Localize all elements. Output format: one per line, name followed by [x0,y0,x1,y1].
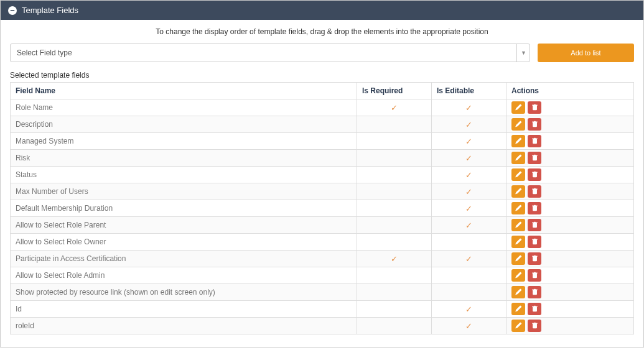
delete-button[interactable] [528,269,541,282]
delete-button[interactable] [528,185,541,198]
cell-actions [506,251,634,267]
delete-button[interactable] [528,152,541,164]
template-fields-panel: Template Fields To change the display or… [0,0,644,348]
table-row[interactable]: Risk✓ [11,150,634,167]
edit-button[interactable] [511,101,525,114]
cell-is-editable: ✓ [432,183,506,200]
cell-field-name: Description [11,116,357,133]
delete-button[interactable] [528,202,541,214]
delete-button[interactable] [528,135,541,147]
cell-is-required [357,267,432,284]
instruction-text: To change the display order of template … [10,27,634,36]
header-is-required: Is Required [357,83,432,99]
pencil-icon [515,103,522,113]
table-row[interactable]: Participate in Access Certification✓✓ [11,251,634,267]
edit-button[interactable] [511,118,525,131]
table-row[interactable]: Show protected by resource link (shown o… [11,284,634,301]
edit-button[interactable] [511,236,525,248]
header-is-editable: Is Editable [432,83,506,99]
delete-button[interactable] [528,219,541,231]
check-icon: ✓ [362,103,426,113]
add-to-list-button[interactable]: Add to list [538,44,634,62]
delete-button[interactable] [528,252,541,265]
edit-button[interactable] [511,168,525,181]
table-row[interactable]: Allow to Select Role Admin [11,267,634,284]
trash-icon [531,187,538,196]
cell-actions [506,167,634,183]
edit-button[interactable] [511,202,525,214]
pencil-icon [515,187,522,196]
cell-actions [506,284,634,301]
cell-is-required: ✓ [357,99,432,116]
table-row[interactable]: Status✓ [11,167,634,183]
delete-button[interactable] [528,168,541,181]
edit-button[interactable] [511,286,525,298]
table-row[interactable]: Max Number of Users✓ [11,183,634,200]
cell-is-required [357,217,432,234]
cell-is-editable: ✓ [432,116,506,133]
cell-actions [506,116,634,133]
delete-button[interactable] [528,320,541,332]
selected-fields-label: Selected template fields [10,71,634,80]
cell-is-required [357,301,432,318]
cell-field-name: Participate in Access Certification [11,251,357,267]
collapse-icon[interactable] [8,6,17,15]
cell-actions [506,150,634,167]
check-icon: ✓ [437,170,501,180]
delete-button[interactable] [528,118,541,131]
table-row[interactable]: Allow to Select Role Owner [11,234,634,251]
cell-is-editable [432,284,506,301]
pencil-icon [515,204,522,213]
cell-is-editable: ✓ [432,301,506,318]
trash-icon [531,288,538,297]
delete-button[interactable] [528,101,541,114]
table-row[interactable]: Role Name✓✓ [11,99,634,116]
table-row[interactable]: Allow to Select Role Parent✓ [11,217,634,234]
cell-field-name: Allow to Select Role Admin [11,267,357,284]
edit-button[interactable] [511,185,525,198]
pencil-icon [515,221,522,230]
table-row[interactable]: Id✓ [11,301,634,318]
field-type-select[interactable]: Select Field type [10,44,530,62]
check-icon: ✓ [437,137,501,146]
cell-is-editable [432,267,506,284]
check-icon: ✓ [437,254,501,264]
pencil-icon [515,237,522,247]
pencil-icon [515,170,522,180]
pencil-icon [515,271,522,280]
edit-button[interactable] [511,320,525,332]
cell-actions [506,267,634,284]
delete-button[interactable] [528,286,541,298]
cell-is-editable: ✓ [432,167,506,183]
pencil-icon [515,321,522,331]
trash-icon [531,204,538,213]
table-row[interactable]: Managed System✓ [11,133,634,150]
trash-icon [531,254,538,264]
table-row[interactable]: Description✓ [11,116,634,133]
trash-icon [531,154,538,163]
cell-field-name: Max Number of Users [11,183,357,200]
cell-field-name: Risk [11,150,357,167]
edit-button[interactable] [511,269,525,282]
table-row[interactable]: roleId✓ [11,318,634,334]
cell-is-required [357,167,432,183]
cell-field-name: Allow to Select Role Parent [11,217,357,234]
pencil-icon [515,305,522,314]
table-row[interactable]: Default Membership Duration✓ [11,200,634,217]
delete-button[interactable] [528,236,541,248]
cell-is-editable: ✓ [432,150,506,167]
trash-icon [531,170,538,180]
cell-is-editable: ✓ [432,318,506,334]
edit-button[interactable] [511,252,525,265]
cell-is-required [357,150,432,167]
edit-button[interactable] [511,303,525,315]
check-icon: ✓ [437,305,501,314]
delete-button[interactable] [528,303,541,315]
edit-button[interactable] [511,152,525,164]
cell-is-required [357,183,432,200]
edit-button[interactable] [511,219,525,231]
edit-button[interactable] [511,135,525,147]
trash-icon [531,221,538,230]
cell-field-name: Managed System [11,133,357,150]
cell-actions [506,301,634,318]
